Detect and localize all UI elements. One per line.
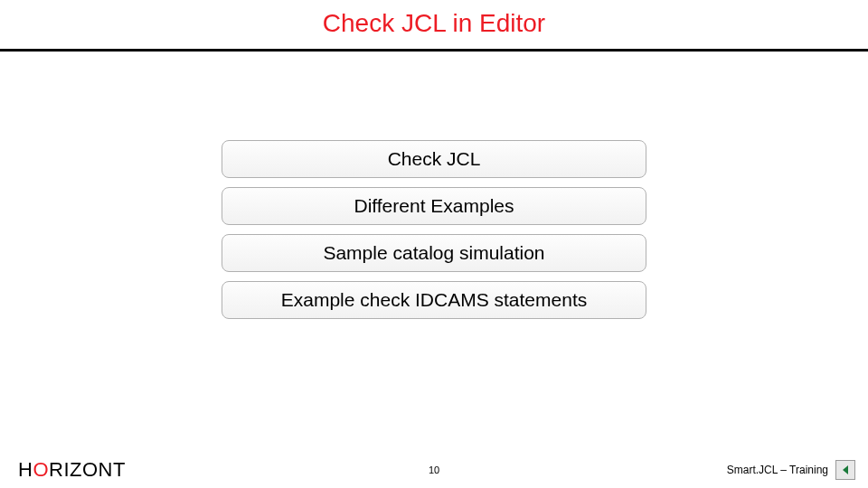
button-label: Check JCL [388, 148, 481, 170]
button-label: Example check IDCAMS statements [281, 289, 587, 311]
slide-header: Check JCL in Editor [0, 0, 868, 52]
button-label: Sample catalog simulation [323, 242, 544, 264]
button-example-idcams[interactable]: Example check IDCAMS statements [222, 281, 646, 319]
button-check-jcl[interactable]: Check JCL [222, 140, 646, 178]
logo-rest: RIZONT [49, 458, 126, 481]
back-button[interactable] [835, 460, 855, 480]
product-name: Smart.JCL – Training [727, 464, 828, 476]
button-group: Check JCL Different Examples Sample cata… [0, 140, 868, 319]
slide-footer: HORIZONT 10 Smart.JCL – Training [0, 452, 868, 488]
button-sample-catalog[interactable]: Sample catalog simulation [222, 234, 646, 272]
footer-right-group: Smart.JCL – Training [727, 460, 855, 480]
back-arrow-icon [840, 465, 851, 475]
slide-title: Check JCL in Editor [0, 9, 868, 38]
button-label: Different Examples [354, 195, 514, 217]
company-logo: HORIZONT [18, 458, 126, 482]
button-different-examples[interactable]: Different Examples [222, 187, 646, 225]
page-number: 10 [429, 465, 439, 475]
logo-letter-o: O [33, 458, 49, 481]
logo-letter-h: H [18, 458, 33, 481]
